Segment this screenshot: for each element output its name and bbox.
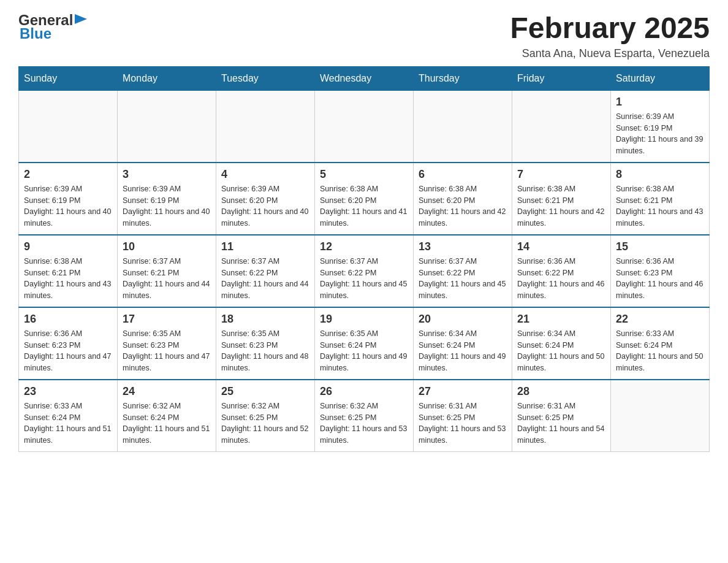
table-row: 11Sunrise: 6:37 AMSunset: 6:22 PMDayligh…	[216, 235, 315, 307]
day-info: Sunrise: 6:39 AMSunset: 6:19 PMDaylight:…	[123, 183, 211, 229]
day-info: Sunrise: 6:38 AMSunset: 6:21 PMDaylight:…	[616, 183, 704, 229]
day-number: 27	[419, 385, 507, 398]
day-info: Sunrise: 6:39 AMSunset: 6:19 PMDaylight:…	[616, 111, 704, 157]
day-info: Sunrise: 6:32 AMSunset: 6:25 PMDaylight:…	[221, 400, 309, 446]
day-number: 11	[221, 240, 309, 253]
logo-flag-icon	[75, 14, 87, 26]
calendar-week-row: 2Sunrise: 6:39 AMSunset: 6:19 PMDaylight…	[19, 163, 710, 235]
title-section: February 2025 Santa Ana, Nueva Esparta, …	[510, 12, 710, 60]
day-number: 18	[221, 313, 309, 326]
table-row: 25Sunrise: 6:32 AMSunset: 6:25 PMDayligh…	[216, 380, 315, 452]
table-row: 15Sunrise: 6:36 AMSunset: 6:23 PMDayligh…	[611, 235, 710, 307]
day-info: Sunrise: 6:36 AMSunset: 6:23 PMDaylight:…	[616, 256, 704, 302]
day-info: Sunrise: 6:33 AMSunset: 6:24 PMDaylight:…	[24, 400, 112, 446]
table-row: 20Sunrise: 6:34 AMSunset: 6:24 PMDayligh…	[414, 307, 512, 380]
day-info: Sunrise: 6:38 AMSunset: 6:21 PMDaylight:…	[24, 256, 112, 302]
table-row	[118, 90, 216, 163]
day-number: 22	[616, 313, 704, 326]
day-number: 20	[419, 313, 507, 326]
day-number: 7	[517, 168, 605, 181]
table-row	[315, 90, 414, 163]
col-wednesday: Wednesday	[315, 66, 414, 90]
table-row: 3Sunrise: 6:39 AMSunset: 6:19 PMDaylight…	[118, 163, 216, 235]
day-number: 19	[320, 313, 408, 326]
table-row: 27Sunrise: 6:31 AMSunset: 6:25 PMDayligh…	[414, 380, 512, 452]
day-info: Sunrise: 6:37 AMSunset: 6:22 PMDaylight:…	[320, 256, 408, 302]
day-number: 8	[616, 168, 704, 181]
day-info: Sunrise: 6:31 AMSunset: 6:25 PMDaylight:…	[517, 400, 605, 446]
day-info: Sunrise: 6:38 AMSunset: 6:20 PMDaylight:…	[419, 183, 507, 229]
day-number: 23	[24, 385, 112, 398]
month-title: February 2025	[510, 12, 710, 45]
logo: General Blue	[18, 12, 87, 42]
table-row: 10Sunrise: 6:37 AMSunset: 6:21 PMDayligh…	[118, 235, 216, 307]
table-row: 17Sunrise: 6:35 AMSunset: 6:23 PMDayligh…	[118, 307, 216, 380]
day-number: 12	[320, 240, 408, 253]
day-info: Sunrise: 6:31 AMSunset: 6:25 PMDaylight:…	[419, 400, 507, 446]
day-info: Sunrise: 6:33 AMSunset: 6:24 PMDaylight:…	[616, 328, 704, 374]
table-row: 21Sunrise: 6:34 AMSunset: 6:24 PMDayligh…	[512, 307, 611, 380]
day-info: Sunrise: 6:36 AMSunset: 6:22 PMDaylight:…	[517, 256, 605, 302]
day-number: 28	[517, 385, 605, 398]
day-number: 5	[320, 168, 408, 181]
day-number: 1	[616, 96, 704, 109]
day-info: Sunrise: 6:35 AMSunset: 6:23 PMDaylight:…	[123, 328, 211, 374]
table-row	[512, 90, 611, 163]
table-row: 1Sunrise: 6:39 AMSunset: 6:19 PMDaylight…	[611, 90, 710, 163]
table-row	[611, 380, 710, 452]
day-info: Sunrise: 6:36 AMSunset: 6:23 PMDaylight:…	[24, 328, 112, 374]
table-row	[414, 90, 512, 163]
table-row	[216, 90, 315, 163]
col-saturday: Saturday	[611, 66, 710, 90]
calendar-header-row: Sunday Monday Tuesday Wednesday Thursday…	[19, 66, 710, 90]
table-row: 6Sunrise: 6:38 AMSunset: 6:20 PMDaylight…	[414, 163, 512, 235]
table-row: 13Sunrise: 6:37 AMSunset: 6:22 PMDayligh…	[414, 235, 512, 307]
table-row: 7Sunrise: 6:38 AMSunset: 6:21 PMDaylight…	[512, 163, 611, 235]
day-info: Sunrise: 6:35 AMSunset: 6:24 PMDaylight:…	[320, 328, 408, 374]
table-row: 5Sunrise: 6:38 AMSunset: 6:20 PMDaylight…	[315, 163, 414, 235]
day-number: 14	[517, 240, 605, 253]
logo-blue-text: Blue	[20, 26, 87, 42]
day-number: 10	[123, 240, 211, 253]
calendar-table: Sunday Monday Tuesday Wednesday Thursday…	[18, 66, 710, 452]
table-row: 8Sunrise: 6:38 AMSunset: 6:21 PMDaylight…	[611, 163, 710, 235]
day-info: Sunrise: 6:38 AMSunset: 6:21 PMDaylight:…	[517, 183, 605, 229]
day-number: 15	[616, 240, 704, 253]
location-subtitle: Santa Ana, Nueva Esparta, Venezuela	[510, 47, 710, 60]
day-info: Sunrise: 6:38 AMSunset: 6:20 PMDaylight:…	[320, 183, 408, 229]
day-number: 13	[419, 240, 507, 253]
day-info: Sunrise: 6:34 AMSunset: 6:24 PMDaylight:…	[517, 328, 605, 374]
day-info: Sunrise: 6:35 AMSunset: 6:23 PMDaylight:…	[221, 328, 309, 374]
day-number: 2	[24, 168, 112, 181]
day-info: Sunrise: 6:37 AMSunset: 6:21 PMDaylight:…	[123, 256, 211, 302]
col-sunday: Sunday	[19, 66, 118, 90]
day-info: Sunrise: 6:39 AMSunset: 6:20 PMDaylight:…	[221, 183, 309, 229]
table-row: 24Sunrise: 6:32 AMSunset: 6:24 PMDayligh…	[118, 380, 216, 452]
day-number: 26	[320, 385, 408, 398]
day-info: Sunrise: 6:32 AMSunset: 6:24 PMDaylight:…	[123, 400, 211, 446]
day-number: 4	[221, 168, 309, 181]
table-row: 19Sunrise: 6:35 AMSunset: 6:24 PMDayligh…	[315, 307, 414, 380]
table-row	[19, 90, 118, 163]
day-number: 17	[123, 313, 211, 326]
table-row: 23Sunrise: 6:33 AMSunset: 6:24 PMDayligh…	[19, 380, 118, 452]
calendar-week-row: 9Sunrise: 6:38 AMSunset: 6:21 PMDaylight…	[19, 235, 710, 307]
page-header: General Blue February 2025 Santa Ana, Nu…	[18, 12, 710, 60]
table-row: 16Sunrise: 6:36 AMSunset: 6:23 PMDayligh…	[19, 307, 118, 380]
table-row: 4Sunrise: 6:39 AMSunset: 6:20 PMDaylight…	[216, 163, 315, 235]
day-number: 16	[24, 313, 112, 326]
svg-marker-0	[75, 14, 87, 24]
day-info: Sunrise: 6:32 AMSunset: 6:25 PMDaylight:…	[320, 400, 408, 446]
day-info: Sunrise: 6:37 AMSunset: 6:22 PMDaylight:…	[221, 256, 309, 302]
table-row: 14Sunrise: 6:36 AMSunset: 6:22 PMDayligh…	[512, 235, 611, 307]
day-number: 6	[419, 168, 507, 181]
calendar-week-row: 23Sunrise: 6:33 AMSunset: 6:24 PMDayligh…	[19, 380, 710, 452]
calendar-week-row: 16Sunrise: 6:36 AMSunset: 6:23 PMDayligh…	[19, 307, 710, 380]
table-row: 28Sunrise: 6:31 AMSunset: 6:25 PMDayligh…	[512, 380, 611, 452]
col-tuesday: Tuesday	[216, 66, 315, 90]
table-row: 9Sunrise: 6:38 AMSunset: 6:21 PMDaylight…	[19, 235, 118, 307]
table-row: 2Sunrise: 6:39 AMSunset: 6:19 PMDaylight…	[19, 163, 118, 235]
col-thursday: Thursday	[414, 66, 512, 90]
table-row: 26Sunrise: 6:32 AMSunset: 6:25 PMDayligh…	[315, 380, 414, 452]
day-number: 21	[517, 313, 605, 326]
